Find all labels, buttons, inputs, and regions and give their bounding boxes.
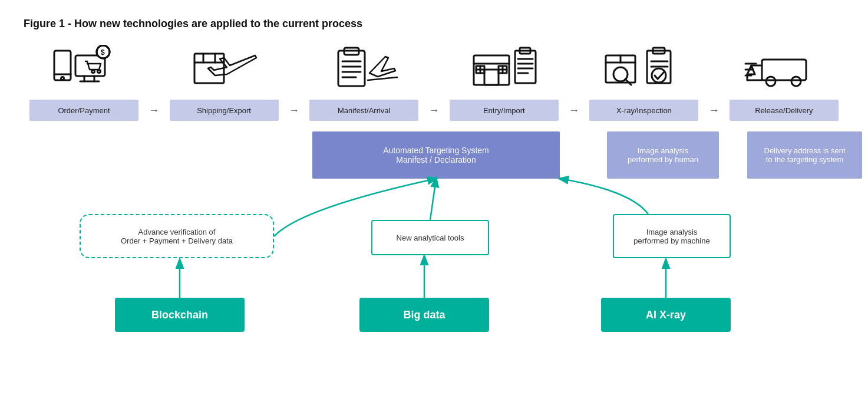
step-shipping-export: Shipping/Export: [170, 100, 279, 121]
step-manifest-arrival: Manifest/Arrival: [309, 100, 418, 121]
svg-rect-31: [515, 51, 536, 83]
svg-point-49: [791, 77, 801, 86]
svg-rect-24: [484, 70, 499, 85]
svg-point-2: [61, 77, 64, 80]
process-box-delivery-address: Delivery address is sent to the targetin…: [747, 131, 862, 179]
step-arrow-3: →: [428, 104, 439, 117]
tech-box-blockchain: Blockchain: [115, 298, 245, 332]
step-order-payment: Order/Payment: [29, 100, 138, 121]
svg-line-55: [430, 179, 436, 220]
svg-point-8: [98, 70, 101, 73]
step-release-delivery: Release/Delivery: [730, 100, 839, 121]
mid-box-analytical-tools: New analytical tools: [371, 220, 489, 255]
mid-box-image-machine: Image analysis performed by machine: [613, 214, 731, 258]
step-arrow-4: →: [569, 104, 579, 117]
svg-rect-0: [54, 51, 71, 80]
step-xray-inspection: X-ray/Inspection: [589, 100, 698, 121]
figure-container: Figure 1 - How new technologies are appl…: [0, 0, 868, 395]
process-box-image-human: Image analysis performed by human: [607, 131, 719, 179]
step-arrow-1: →: [148, 104, 159, 117]
process-box-ats: Automated Targeting System Manifest / De…: [312, 131, 560, 179]
step-arrow-2: →: [289, 104, 299, 117]
step-arrow-5: →: [709, 104, 720, 117]
svg-point-7: [92, 70, 95, 73]
figure-title: Figure 1 - How new technologies are appl…: [24, 18, 844, 30]
icon-entry-import: [450, 42, 556, 95]
icons-row: $: [24, 42, 844, 95]
svg-text:$: $: [101, 48, 105, 57]
step-entry-import: Entry/Import: [450, 100, 559, 121]
icon-xray-inspection: [588, 42, 694, 95]
icon-release-delivery: [727, 42, 833, 95]
icon-manifest-arrival: [312, 42, 418, 95]
process-and-bottom-area: Automated Targeting System Manifest / De…: [24, 131, 844, 332]
svg-rect-16: [338, 51, 365, 86]
steps-row: Order/Payment → Shipping/Export → Manife…: [24, 100, 844, 121]
icon-shipping-export: [174, 42, 280, 95]
tech-box-aixray: AI X-ray: [601, 298, 731, 332]
svg-point-48: [766, 77, 775, 86]
tech-box-bigdata: Big data: [359, 298, 489, 332]
icon-order-payment: $: [35, 42, 141, 95]
mid-box-advance-verification: Advance verification of Order + Payment …: [80, 214, 274, 258]
